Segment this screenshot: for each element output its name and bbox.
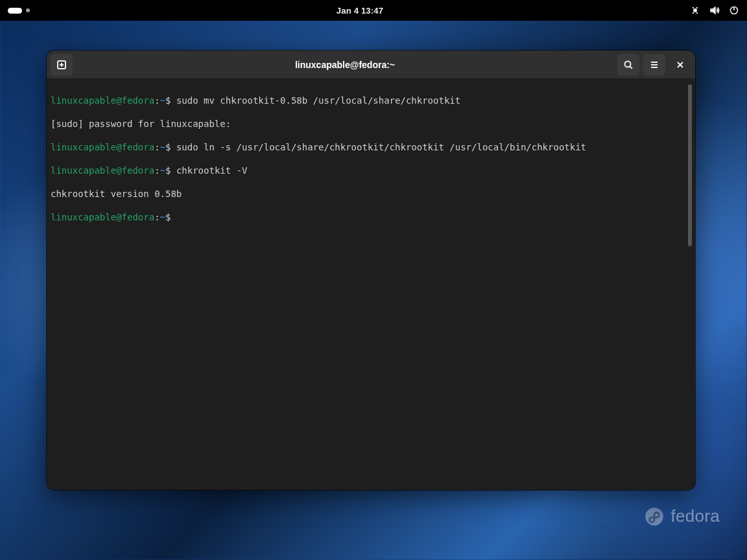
terminal-window: linuxcapable@fedora:~ linuxcapable@fedor… [47, 51, 695, 490]
search-button[interactable] [617, 54, 639, 76]
terminal-body[interactable]: linuxcapable@fedora:~$ sudo mv chkrootki… [47, 79, 695, 490]
terminal-line: linuxcapable@fedora:~$ sudo ln -s /usr/l… [51, 141, 686, 153]
prompt-sep: : [154, 212, 160, 222]
prompt-user: linuxcapable@fedora [51, 165, 154, 176]
prompt-path: ~ [160, 95, 165, 106]
clock[interactable]: Jan 4 13:47 [337, 6, 383, 16]
workspace-dot-icon [26, 8, 30, 12]
fedora-watermark-label: fedora [670, 506, 720, 526]
fedora-watermark: fedora [645, 506, 720, 526]
system-tray[interactable] [690, 5, 739, 16]
terminal-line: linuxcapable@fedora:~$ chkrootkit -V [51, 165, 686, 176]
prompt-path: ~ [160, 165, 165, 176]
prompt-sep: : [154, 165, 160, 176]
scrollbar-thumb[interactable] [688, 84, 692, 246]
menu-button[interactable] [643, 54, 665, 76]
terminal-output: chkrootkit version 0.58b [51, 188, 686, 200]
terminal-output: [sudo] password for linuxcapable: [51, 118, 686, 130]
prompt-path: ~ [160, 212, 165, 222]
activities-button[interactable] [8, 8, 30, 14]
workspace-pill-icon [8, 8, 22, 14]
network-icon [690, 5, 700, 16]
close-button[interactable] [669, 54, 691, 76]
terminal-content[interactable]: linuxcapable@fedora:~$ sudo mv chkrootki… [51, 83, 686, 486]
fedora-logo-icon [645, 507, 664, 526]
terminal-line: linuxcapable@fedora:~$ sudo mv chkrootki… [51, 95, 686, 106]
power-icon [729, 5, 739, 16]
prompt-sep: : [154, 142, 160, 152]
command-text [171, 212, 176, 222]
gnome-top-bar: Jan 4 13:47 [0, 0, 747, 21]
command-text: sudo ln -s /usr/local/share/chkrootkit/c… [171, 142, 586, 152]
volume-icon [709, 5, 720, 16]
prompt-sep: : [154, 95, 160, 106]
prompt-user: linuxcapable@fedora [51, 212, 154, 222]
command-text: sudo mv chkrootkit-0.58b /usr/local/shar… [171, 95, 460, 106]
svg-line-6 [630, 66, 633, 69]
prompt-user: linuxcapable@fedora [51, 95, 154, 106]
new-tab-button[interactable] [51, 54, 73, 76]
terminal-titlebar[interactable]: linuxcapable@fedora:~ [47, 51, 695, 79]
window-title: linuxcapable@fedora:~ [73, 60, 617, 70]
prompt-path: ~ [160, 142, 165, 152]
prompt-user: linuxcapable@fedora [51, 142, 154, 152]
svg-point-5 [625, 61, 631, 67]
terminal-line: linuxcapable@fedora:~$ [51, 211, 686, 223]
scrollbar[interactable] [686, 83, 694, 486]
command-text: chkrootkit -V [171, 165, 247, 176]
